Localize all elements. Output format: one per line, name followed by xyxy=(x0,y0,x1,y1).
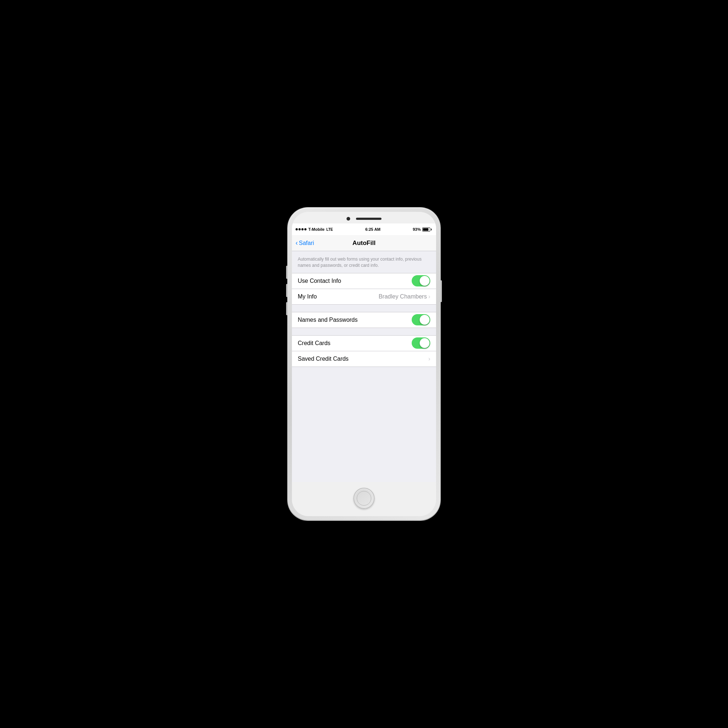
saved-credit-cards-value: › xyxy=(428,356,430,362)
names-passwords-label: Names and Passwords xyxy=(298,317,358,323)
back-chevron-icon: ‹ xyxy=(295,240,298,246)
signal-dot-2 xyxy=(298,228,301,230)
phone-screen: T-Mobile LTE 6:25 AM 93% ‹ xyxy=(292,212,436,516)
phone-device: T-Mobile LTE 6:25 AM 93% ‹ xyxy=(288,208,440,520)
use-contact-info-toggle[interactable] xyxy=(412,275,430,286)
phone-top-hardware xyxy=(292,212,436,223)
status-right: 93% xyxy=(413,227,432,231)
credit-cards-cell[interactable]: Credit Cards xyxy=(292,335,436,351)
status-time: 6:25 AM xyxy=(365,227,380,231)
names-passwords-cell[interactable]: Names and Passwords xyxy=(292,312,436,328)
my-info-value: Bradley Chambers › xyxy=(379,294,430,300)
navigation-bar: ‹ Safari AutoFill xyxy=(292,235,436,251)
description-text: Automatically fill out web forms using y… xyxy=(292,251,436,273)
battery-body xyxy=(422,228,430,231)
battery-icon xyxy=(422,228,432,231)
battery-tip xyxy=(431,229,432,230)
back-button[interactable]: ‹ Safari xyxy=(295,240,314,246)
toggle-knob xyxy=(420,276,430,286)
toggle-knob-2 xyxy=(420,315,430,325)
signal-dots xyxy=(295,228,306,230)
saved-credit-cards-cell[interactable]: Saved Credit Cards › xyxy=(292,351,436,367)
chevron-right-icon: › xyxy=(428,294,430,300)
home-button[interactable] xyxy=(353,488,375,509)
settings-group-passwords: Names and Passwords xyxy=(292,312,436,328)
my-info-cell[interactable]: My Info Bradley Chambers › xyxy=(292,289,436,305)
credit-cards-toggle[interactable] xyxy=(412,337,430,349)
home-button-inner xyxy=(357,491,371,506)
status-bar: T-Mobile LTE 6:25 AM 93% xyxy=(292,223,436,235)
network-type: LTE xyxy=(327,228,333,231)
page-title: AutoFill xyxy=(352,240,375,247)
battery-percent: 93% xyxy=(413,227,421,231)
saved-cards-chevron-icon: › xyxy=(428,356,430,362)
use-contact-info-label: Use Contact Info xyxy=(298,278,341,284)
signal-dot-1 xyxy=(295,228,298,230)
signal-dot-4 xyxy=(304,228,306,230)
carrier-name: T-Mobile xyxy=(308,227,325,231)
settings-group-credit: Credit Cards Saved Credit Cards › xyxy=(292,335,436,367)
my-info-label: My Info xyxy=(298,294,317,300)
back-button-label: Safari xyxy=(299,240,314,246)
phone-bottom xyxy=(292,482,436,516)
status-left: T-Mobile LTE xyxy=(295,227,333,231)
saved-credit-cards-label: Saved Credit Cards xyxy=(298,356,349,362)
my-info-name: Bradley Chambers xyxy=(379,294,427,300)
toggle-knob-3 xyxy=(420,338,430,348)
battery-fill xyxy=(423,228,428,231)
settings-group-contact: Use Contact Info My Info Bradley Chamber… xyxy=(292,273,436,305)
names-passwords-toggle[interactable] xyxy=(412,314,430,326)
speaker-grille xyxy=(356,218,381,220)
signal-dot-3 xyxy=(301,228,304,230)
front-camera xyxy=(347,217,350,220)
credit-cards-label: Credit Cards xyxy=(298,340,330,347)
content-area: Automatically fill out web forms using y… xyxy=(292,251,436,482)
screen: T-Mobile LTE 6:25 AM 93% ‹ xyxy=(292,223,436,482)
use-contact-info-cell[interactable]: Use Contact Info xyxy=(292,273,436,289)
